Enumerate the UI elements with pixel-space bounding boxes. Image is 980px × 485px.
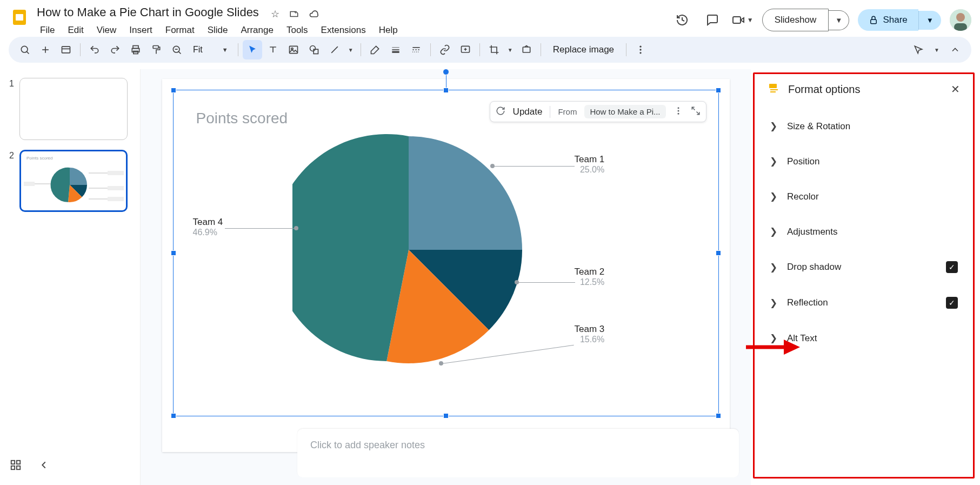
pointer-dropdown-icon[interactable]: ▼ bbox=[931, 40, 942, 59]
layout-icon[interactable] bbox=[56, 40, 76, 59]
slideshow-button[interactable]: Slideshow bbox=[762, 9, 829, 31]
grid-view-icon[interactable] bbox=[10, 459, 22, 473]
more-options-icon[interactable] bbox=[631, 40, 650, 59]
menu-extensions[interactable]: Extensions bbox=[316, 23, 371, 38]
account-avatar[interactable] bbox=[950, 9, 971, 31]
source-chip[interactable]: How to Make a Pi... bbox=[584, 105, 665, 118]
option-reflection[interactable]: ❯Reflection✓ bbox=[768, 285, 960, 321]
option-adjustments[interactable]: ❯Adjustments bbox=[768, 214, 960, 249]
slide-thumb-2[interactable]: Points scored bbox=[19, 150, 128, 212]
replace-image-button[interactable]: Replace image bbox=[545, 41, 622, 58]
svg-rect-7 bbox=[954, 23, 967, 31]
svg-rect-42 bbox=[108, 186, 124, 190]
crop-icon[interactable] bbox=[484, 40, 504, 59]
reflection-checkbox[interactable]: ✓ bbox=[946, 297, 958, 309]
reset-image-icon[interactable] bbox=[517, 40, 536, 59]
document-title[interactable]: How to Make a Pie Chart in Google Slides bbox=[35, 4, 261, 21]
redo-icon[interactable] bbox=[105, 40, 125, 59]
menu-tools[interactable]: Tools bbox=[281, 23, 314, 38]
share-dropdown[interactable]: ▼ bbox=[918, 11, 941, 30]
speaker-notes[interactable]: Click to add speaker notes bbox=[297, 429, 739, 477]
menu-bar: File Edit View Insert Format Slide Arran… bbox=[35, 23, 403, 38]
slideshow-dropdown[interactable]: ▼ bbox=[829, 10, 849, 30]
menu-help[interactable]: Help bbox=[374, 23, 403, 38]
menu-arrange[interactable]: Arrange bbox=[235, 23, 278, 38]
image-icon[interactable] bbox=[284, 40, 303, 59]
resize-handle-tr[interactable] bbox=[716, 88, 721, 93]
zoom-out-icon[interactable] bbox=[167, 40, 186, 59]
border-weight-icon[interactable] bbox=[386, 40, 405, 59]
refresh-icon[interactable] bbox=[496, 106, 505, 118]
svg-point-48 bbox=[677, 110, 679, 111]
resize-handle-tm[interactable] bbox=[443, 88, 449, 93]
line-icon[interactable] bbox=[325, 40, 344, 59]
drop-shadow-checkbox[interactable]: ✓ bbox=[946, 261, 958, 273]
share-button[interactable]: Share bbox=[858, 9, 918, 31]
star-icon[interactable]: ☆ bbox=[271, 8, 279, 20]
menu-slide[interactable]: Slide bbox=[202, 23, 234, 38]
slides-logo[interactable] bbox=[9, 6, 30, 28]
resize-handle-ml[interactable] bbox=[171, 250, 176, 256]
cloud-status-icon[interactable] bbox=[309, 8, 319, 20]
select-tool-icon[interactable] bbox=[243, 40, 262, 59]
border-color-icon[interactable] bbox=[365, 40, 385, 59]
toolbar: Fit▼ ▼ ▼ Replace image ▼ bbox=[9, 37, 971, 63]
menu-view[interactable]: View bbox=[91, 23, 122, 38]
close-icon[interactable]: ✕ bbox=[951, 83, 960, 96]
label-team-3: Team 315.6% bbox=[575, 324, 605, 344]
resize-handle-mr[interactable] bbox=[716, 250, 721, 256]
resize-handle-bl[interactable] bbox=[171, 413, 176, 418]
update-button[interactable]: Update bbox=[513, 107, 543, 117]
line-dropdown-icon[interactable]: ▼ bbox=[345, 40, 356, 59]
comments-icon[interactable] bbox=[702, 9, 723, 31]
svg-point-38 bbox=[639, 52, 641, 54]
svg-point-8 bbox=[21, 46, 28, 52]
resize-handle-bm[interactable] bbox=[443, 413, 449, 418]
chart-menu-icon[interactable] bbox=[674, 106, 683, 118]
menu-insert[interactable]: Insert bbox=[124, 23, 158, 38]
unlink-icon[interactable] bbox=[691, 106, 701, 118]
slide-canvas[interactable]: Points scored Update From How to Make a … bbox=[162, 79, 730, 452]
resize-handle-br[interactable] bbox=[716, 413, 721, 418]
option-drop-shadow[interactable]: ❯Drop shadow✓ bbox=[768, 249, 960, 285]
textbox-icon[interactable] bbox=[263, 40, 283, 59]
shape-icon[interactable] bbox=[304, 40, 324, 59]
linked-chart-toolbar: Update From How to Make a Pi... bbox=[490, 101, 706, 122]
menu-file[interactable]: File bbox=[35, 23, 60, 38]
svg-point-47 bbox=[677, 107, 679, 109]
menu-edit[interactable]: Edit bbox=[62, 23, 89, 38]
svg-rect-21 bbox=[289, 46, 297, 53]
meet-button[interactable]: ▼ bbox=[732, 14, 754, 26]
search-menus-icon[interactable] bbox=[15, 40, 35, 59]
pointer-mode-icon[interactable] bbox=[909, 40, 928, 59]
svg-rect-60 bbox=[770, 91, 776, 92]
label-team-4: Team 446.9% bbox=[193, 217, 223, 237]
svg-rect-64 bbox=[17, 466, 20, 469]
svg-rect-44 bbox=[108, 197, 124, 201]
new-slide-icon[interactable] bbox=[36, 40, 55, 59]
move-icon[interactable] bbox=[289, 8, 299, 20]
link-icon[interactable] bbox=[435, 40, 455, 59]
history-icon[interactable] bbox=[671, 9, 693, 31]
slide-thumb-1[interactable] bbox=[19, 78, 128, 140]
svg-point-36 bbox=[639, 46, 641, 48]
svg-rect-24 bbox=[314, 49, 318, 54]
print-icon[interactable] bbox=[126, 40, 145, 59]
option-position[interactable]: ❯Position bbox=[768, 144, 960, 179]
comment-icon[interactable] bbox=[456, 40, 475, 59]
format-options-icon bbox=[768, 82, 781, 97]
menu-format[interactable]: Format bbox=[160, 23, 200, 38]
resize-handle-tl[interactable] bbox=[171, 88, 176, 93]
chart-selection-box[interactable]: Points scored Update From How to Make a … bbox=[173, 90, 719, 416]
hide-menus-icon[interactable] bbox=[945, 40, 965, 59]
mask-dropdown-icon[interactable]: ▼ bbox=[505, 40, 516, 59]
option-recolor[interactable]: ❯Recolor bbox=[768, 179, 960, 214]
option-size-rotation[interactable]: ❯Size & Rotation bbox=[768, 109, 960, 144]
zoom-select[interactable]: Fit▼ bbox=[188, 45, 234, 55]
undo-icon[interactable] bbox=[85, 40, 104, 59]
paint-format-icon[interactable] bbox=[146, 40, 166, 59]
svg-rect-17 bbox=[153, 46, 158, 49]
prev-slide-icon[interactable] bbox=[38, 459, 50, 473]
rotation-handle[interactable] bbox=[443, 69, 449, 75]
border-dash-icon[interactable] bbox=[406, 40, 426, 59]
